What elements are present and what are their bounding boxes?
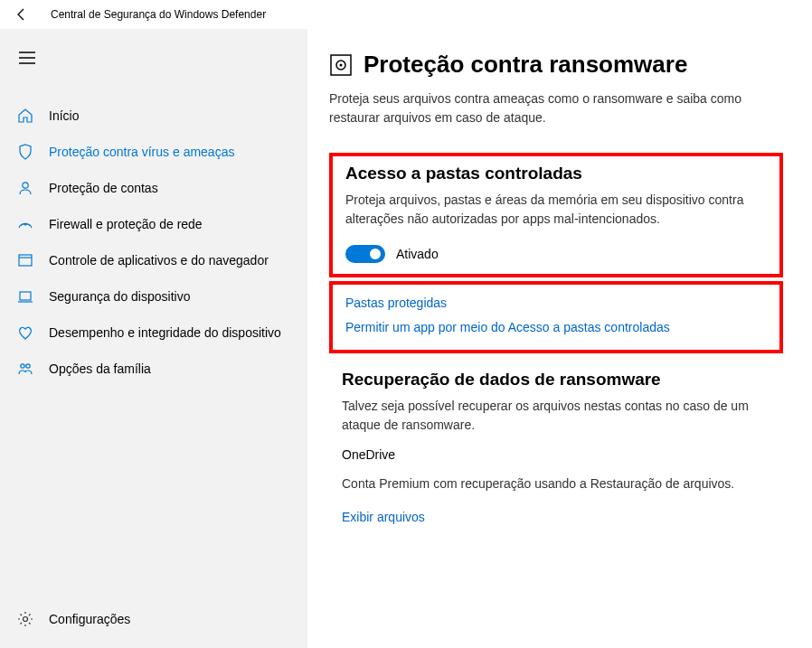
- gear-icon: [16, 610, 34, 628]
- svg-point-9: [21, 364, 24, 368]
- view-files-link[interactable]: Exibir arquivos: [342, 506, 770, 529]
- sidebar-item-virus[interactable]: Proteção contra vírus e ameaças: [0, 134, 307, 170]
- svg-point-11: [24, 617, 28, 622]
- sidebar: Início Proteção contra vírus e ameaças P…: [0, 29, 307, 648]
- sidebar-item-device-security[interactable]: Segurança do dispositivo: [0, 278, 307, 315]
- health-icon: [16, 324, 34, 342]
- sidebar-item-account[interactable]: Proteção de contas: [0, 170, 307, 206]
- app-title: Central de Segurança do Windows Defender: [51, 8, 266, 21]
- recovery-service: OneDrive: [342, 447, 770, 462]
- svg-point-14: [340, 63, 343, 66]
- sidebar-item-family[interactable]: Opções da família: [0, 351, 307, 387]
- sidebar-item-label: Desempenho e integridade do dispositivo: [49, 325, 281, 340]
- folder-access-description: Proteja arquivos, pastas e áreas da memó…: [345, 191, 767, 229]
- main-content: Proteção contra ransomware Proteja seus …: [307, 29, 812, 648]
- recovery-title: Recuperação de dados de ransomware: [342, 370, 770, 390]
- sidebar-item-label: Firewall e proteção de rede: [49, 217, 203, 231]
- titlebar: Central de Segurança do Windows Defender: [0, 0, 812, 29]
- network-icon: [16, 215, 34, 233]
- ransomware-icon: [329, 53, 353, 77]
- hamburger-icon: [19, 52, 35, 64]
- recovery-section: Recuperação de dados de ransomware Talve…: [329, 357, 783, 529]
- folder-access-toggle[interactable]: [345, 245, 385, 263]
- sidebar-item-firewall[interactable]: Firewall e proteção de rede: [0, 206, 307, 242]
- sidebar-item-health[interactable]: Desempenho e integridade do dispositivo: [0, 315, 307, 351]
- sidebar-item-label: Proteção de contas: [49, 181, 158, 195]
- sidebar-item-home[interactable]: Início: [0, 98, 307, 134]
- sidebar-item-browser[interactable]: Controle de aplicativos e do navegador: [0, 242, 307, 278]
- sidebar-item-label: Segurança do dispositivo: [49, 289, 190, 304]
- folder-access-links: Pastas protegidas Permitir um app por me…: [329, 281, 783, 353]
- protected-folders-link[interactable]: Pastas protegidas: [345, 292, 767, 315]
- recovery-description: Talvez seja possível recuperar os arquiv…: [342, 397, 770, 435]
- sidebar-item-label: Proteção contra vírus e ameaças: [49, 145, 234, 159]
- svg-point-3: [23, 183, 28, 188]
- page-description: Proteja seus arquivos contra ameaças com…: [329, 89, 783, 127]
- shield-icon: [16, 143, 34, 161]
- toggle-knob: [370, 249, 381, 259]
- arrow-left-icon: [14, 7, 29, 22]
- browser-icon: [16, 251, 34, 269]
- svg-point-10: [26, 364, 30, 368]
- device-icon: [16, 287, 34, 305]
- sidebar-item-label: Início: [49, 108, 79, 123]
- recovery-account-desc: Conta Premium com recuperação usando a R…: [342, 474, 770, 493]
- folder-access-title: Acesso a pastas controladas: [345, 164, 767, 183]
- family-icon: [16, 360, 34, 378]
- sidebar-item-label: Opções da família: [49, 362, 151, 376]
- back-button[interactable]: [7, 0, 36, 29]
- sidebar-item-label: Configurações: [49, 612, 130, 626]
- svg-rect-5: [19, 255, 32, 266]
- hamburger-button[interactable]: [9, 40, 45, 76]
- sidebar-item-label: Controle de aplicativos e do navegador: [49, 253, 269, 268]
- toggle-label: Ativado: [396, 247, 439, 261]
- svg-rect-7: [20, 292, 31, 300]
- folder-access-section: Acesso a pastas controladas Proteja arqu…: [329, 153, 783, 277]
- home-icon: [16, 107, 34, 125]
- account-icon: [16, 179, 34, 197]
- sidebar-item-settings[interactable]: Configurações: [0, 601, 307, 637]
- allow-app-link[interactable]: Permitir um app por meio do Acesso a pas…: [345, 316, 767, 339]
- page-title: Proteção contra ransomware: [364, 51, 687, 79]
